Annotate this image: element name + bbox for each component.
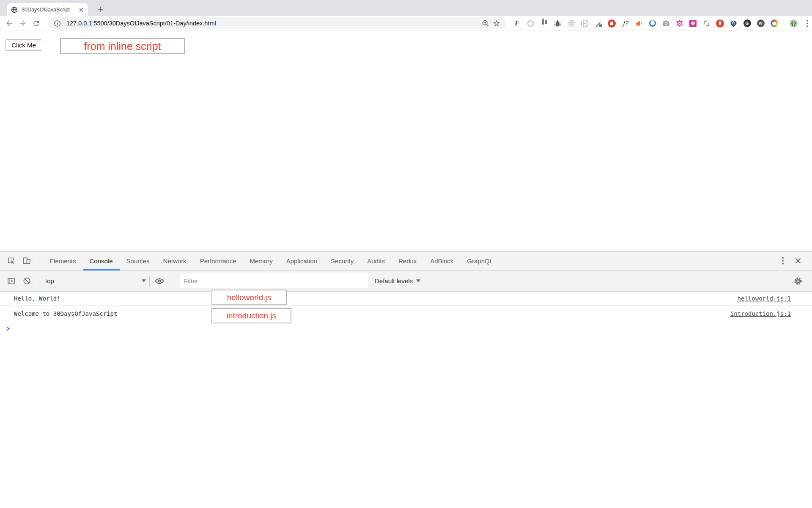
ion-ring-extension-icon[interactable] <box>526 19 535 28</box>
pink-gear-extension-icon[interactable] <box>688 19 698 28</box>
new-tab-button[interactable] <box>95 3 107 15</box>
tab-security[interactable]: Security <box>324 251 360 271</box>
fonts-extension-icon[interactable]: F <box>512 19 522 28</box>
console-toolbar-divider-1 <box>39 276 39 286</box>
tab-adblock[interactable]: AdBlock <box>423 251 460 271</box>
tab-sources[interactable]: Sources <box>120 251 156 271</box>
console-messages: Hello, World! helloworld.js:1 Welcome to… <box>0 292 812 331</box>
console-sidebar-toggle-icon[interactable] <box>5 275 18 287</box>
json-brackets-extension-icon[interactable]: {} <box>789 19 798 28</box>
react-devtools-extension-icon[interactable] <box>566 19 576 28</box>
tab-redux[interactable]: Redux <box>392 251 423 271</box>
console-toolbar: top Default levels <box>0 271 812 292</box>
source-link[interactable]: helloworld.js:1 <box>738 295 791 302</box>
devtools-kebab-menu-icon[interactable] <box>776 254 789 267</box>
tab-memory[interactable]: Memory <box>243 251 280 271</box>
devtools-right-divider <box>773 256 773 266</box>
tab-audits[interactable]: Audits <box>360 251 392 271</box>
red-bookmark-extension-icon[interactable] <box>715 19 725 28</box>
back-icon[interactable] <box>3 17 15 29</box>
g-circle-extension-icon[interactable]: G <box>742 19 752 28</box>
corner-arrows-extension-icon[interactable] <box>702 19 711 28</box>
tab-elements[interactable]: Elements <box>43 251 83 271</box>
helloworld-annotation-text: helloworld.js <box>227 293 272 302</box>
inspect-element-icon[interactable] <box>5 254 18 267</box>
inline-script-text: from inline script <box>84 40 161 52</box>
columns-extension-icon[interactable] <box>539 19 549 28</box>
chevron-down-icon <box>416 279 420 282</box>
tab-performance[interactable]: Performance <box>193 251 243 271</box>
introduction-annotation-text: introduction.js <box>227 311 276 320</box>
globe-favicon-icon <box>11 6 18 13</box>
console-prompt[interactable] <box>0 322 812 331</box>
prompt-chevron-icon <box>5 326 11 331</box>
tab-close-icon[interactable] <box>79 7 84 12</box>
tab-console[interactable]: Console <box>83 251 120 271</box>
heart-search-extension-icon[interactable] <box>729 19 738 28</box>
zoom-in-icon[interactable] <box>480 18 491 29</box>
tab-graphql[interactable]: GraphQL <box>460 251 500 271</box>
device-toolbar-icon[interactable] <box>20 254 33 267</box>
console-message-text: Hello, World! <box>14 295 60 302</box>
click-me-button[interactable]: Click Me <box>5 39 42 51</box>
console-message-row: Welcome to 30DaysOfJavaScript introducti… <box>0 306 812 322</box>
log-levels-dropdown[interactable]: Default levels <box>375 277 420 284</box>
browser-toolbar: 127.0.0.1:5500/30DaysOfJavaScript/01-Day… <box>0 16 812 31</box>
info-icon[interactable] <box>52 18 63 29</box>
camera-extension-icon[interactable] <box>661 19 671 28</box>
bookmark-star-icon[interactable] <box>491 18 502 29</box>
forward-icon[interactable] <box>17 17 29 29</box>
megaphone-extension-icon[interactable] <box>634 19 644 28</box>
devtools-divider <box>39 256 39 266</box>
eyedropper-extension-icon[interactable] <box>593 19 603 28</box>
context-selector-value: top <box>45 277 142 284</box>
log-levels-value: Default levels <box>375 277 413 284</box>
tab-application[interactable]: Application <box>280 251 324 271</box>
swirl-extension-icon[interactable] <box>647 19 657 28</box>
context-selector[interactable]: top <box>45 277 146 284</box>
code-circle-extension-icon[interactable]: (-) <box>580 19 590 28</box>
browser-tab-strip: 30DaysOfJavaScript <box>0 0 812 16</box>
tab-title: 30DaysOfJavaScript <box>22 7 79 13</box>
url-bar[interactable]: 127.0.0.1:5500/30DaysOfJavaScript/01-Day… <box>48 17 506 29</box>
browser-tab[interactable]: 30DaysOfJavaScript <box>7 3 88 16</box>
url-text[interactable]: 127.0.0.1:5500/30DaysOfJavaScript/01-Day… <box>66 20 480 27</box>
devtools-panel: Elements Console Sources Network Perform… <box>0 251 812 508</box>
reload-icon[interactable] <box>30 17 42 29</box>
console-filter-input[interactable] <box>180 273 368 288</box>
devtools-tab-bar: Elements Console Sources Network Perform… <box>0 251 812 271</box>
console-toolbar-divider-3 <box>172 276 172 286</box>
browser-menu-kebab-icon[interactable] <box>802 19 812 28</box>
function-question-extension-icon[interactable]: ƒ? <box>620 19 630 28</box>
console-message-text: Welcome to 30DaysOfJavaScript <box>14 310 117 317</box>
devtools-close-icon[interactable] <box>792 254 804 267</box>
source-link[interactable]: introduction.js:1 <box>730 310 791 317</box>
console-toolbar-divider-4 <box>788 276 788 286</box>
console-message-row: Hello, World! helloworld.js:1 <box>0 292 812 306</box>
color-ring-extension-icon[interactable] <box>769 19 779 28</box>
live-expression-eye-icon[interactable] <box>153 275 166 287</box>
console-settings-gear-icon[interactable] <box>792 275 804 287</box>
bug-extension-icon[interactable] <box>553 19 562 28</box>
clear-console-icon[interactable] <box>20 275 33 287</box>
extensions-divider <box>784 19 784 28</box>
console-toolbar-divider-2 <box>149 276 150 286</box>
extensions-row: F (-) <box>512 19 812 28</box>
tab-network[interactable]: Network <box>156 251 193 271</box>
pink-atom-extension-icon[interactable] <box>675 19 684 28</box>
page-content: Click Me from inline script <box>0 31 812 251</box>
helloworld-annotation-box: helloworld.js <box>211 290 287 305</box>
inline-script-annotation-box: from inline script <box>60 38 185 54</box>
chevron-down-icon <box>142 279 146 282</box>
introduction-annotation-box: introduction.js <box>211 308 291 323</box>
w-circle-extension-icon[interactable]: W <box>756 19 765 28</box>
stop-hand-extension-icon[interactable] <box>607 19 617 28</box>
